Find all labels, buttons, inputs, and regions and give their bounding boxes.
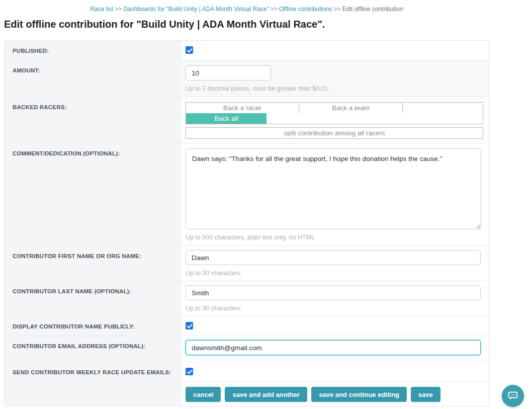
breadcrumb-separator: >> [334, 6, 341, 13]
cancel-button[interactable]: cancel [186, 387, 221, 402]
last-name-input[interactable] [186, 285, 481, 300]
last-name-label: CONTRIBUTOR LAST NAME (OPTIONAL): [5, 281, 182, 316]
edit-contribution-form: PUBLISHED: AMOUNT: Up to 2 decimal place… [4, 40, 489, 406]
published-checkbox[interactable] [186, 46, 193, 54]
first-name-help-text: Up to 30 characters. [186, 270, 484, 277]
amount-label: AMOUNT: [5, 60, 182, 97]
email-input[interactable] [186, 340, 481, 355]
backed-racers-label: BACKED RACERS: [5, 97, 182, 143]
published-label: PUBLISHED: [5, 41, 182, 60]
tab-spacer [403, 103, 483, 113]
save-and-add-another-button[interactable]: save and add another [225, 387, 307, 402]
form-row-first-name: CONTRIBUTOR FIRST NAME OR ORG NAME: Up t… [5, 246, 489, 281]
comment-help-text: Up to 500 characters, plain text only, n… [186, 234, 484, 241]
breadcrumb-link-offline-contributions[interactable]: Offline contributions [279, 6, 332, 13]
split-contribution-button[interactable]: split contribution among all racers [186, 127, 483, 139]
comment-label: COMMENT/DEDICATION (OPTIONAL): [5, 143, 182, 246]
form-row-last-name: CONTRIBUTOR LAST NAME (OPTIONAL): Up to … [5, 281, 489, 316]
save-and-continue-editing-button[interactable]: save and continue editing [311, 387, 407, 402]
page-title: Edit offline contribution for "Build Uni… [4, 19, 532, 30]
first-name-label: CONTRIBUTOR FIRST NAME OR ORG NAME: [5, 246, 182, 281]
breadcrumb-link-dashboards[interactable]: Dashboards for "Build Unity | ADA Month … [123, 6, 269, 13]
form-row-weekly-emails: SEND CONTRIBUTOR WEEKLY RACE UPDATE EMAI… [5, 362, 489, 381]
form-row-published: PUBLISHED: [5, 41, 489, 60]
weekly-emails-checkbox[interactable] [186, 368, 193, 375]
tab-back-a-team[interactable]: Back a team [299, 103, 403, 113]
save-button[interactable]: save [411, 387, 440, 402]
comment-textarea[interactable]: Dawn says: "Thanks for all the great sup… [186, 148, 481, 229]
email-label: CONTRIBUTOR EMAIL ADDRESS (OPTIONAL): [5, 336, 182, 362]
display-name-checkbox[interactable] [186, 322, 193, 330]
breadcrumb-link-race-list[interactable]: Race list [90, 6, 113, 13]
breadcrumb-current-page: Edit offline contribution [342, 6, 403, 13]
backed-racers-tabs: Back a racer Back a team Back all [186, 102, 483, 124]
chat-bubble-icon [507, 391, 518, 401]
breadcrumb: Race list>>Dashboards for "Build Unity |… [4, 0, 489, 13]
form-row-backed-racers: BACKED RACERS: Back a racer Back a team … [5, 97, 489, 143]
form-row-comment: COMMENT/DEDICATION (OPTIONAL): Dawn says… [5, 143, 489, 246]
breadcrumb-separator: >> [115, 6, 122, 13]
form-row-display-name: DISPLAY CONTRIBUTOR NAME PUBLICLY: [5, 316, 489, 336]
first-name-input[interactable] [186, 250, 481, 265]
chat-button[interactable] [502, 385, 524, 407]
weekly-emails-label: SEND CONTRIBUTOR WEEKLY RACE UPDATE EMAI… [5, 362, 182, 381]
tab-back-a-racer[interactable]: Back a racer [186, 103, 299, 113]
amount-input[interactable] [186, 65, 271, 80]
form-row-email: CONTRIBUTOR EMAIL ADDRESS (OPTIONAL): [5, 336, 489, 362]
last-name-help-text: Up to 30 characters. [186, 305, 484, 312]
display-name-label: DISPLAY CONTRIBUTOR NAME PUBLICLY: [5, 316, 182, 336]
form-row-buttons: cancel save and add another save and con… [5, 381, 489, 406]
tab-back-all-selected[interactable]: Back all [186, 113, 267, 124]
amount-help-text: Up to 2 decimal places, must be greater … [186, 85, 484, 92]
breadcrumb-separator: >> [271, 6, 278, 13]
form-row-amount: AMOUNT: Up to 2 decimal places, must be … [5, 60, 489, 97]
buttons-label-spacer [5, 382, 182, 406]
